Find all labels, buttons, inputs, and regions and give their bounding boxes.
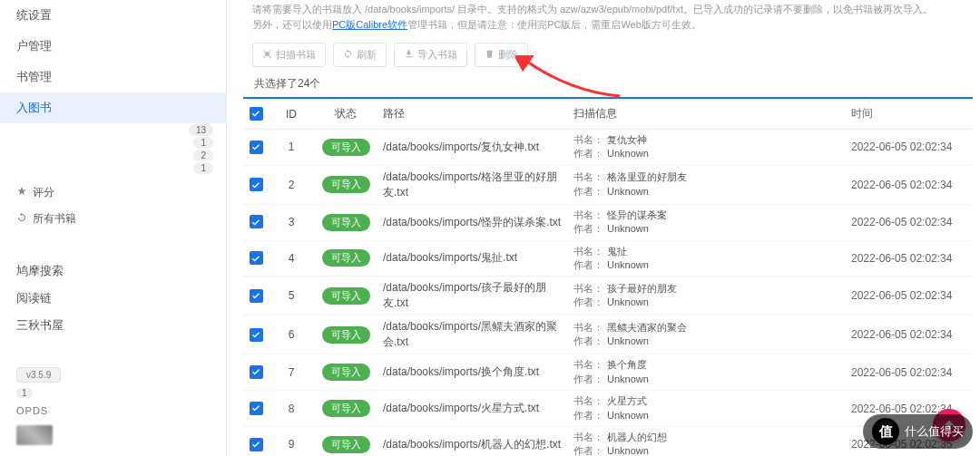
row-info: 书名：鬼扯作者：Unknown [568,240,846,277]
star-icon [16,186,27,199]
row-path: /data/books/imports/复仇女神.txt [377,130,568,166]
row-path: /data/books/imports/孩子最好的朋友.txt [377,277,568,315]
row-path: /data/books/imports/火星方式.txt [377,391,568,427]
col-id: ID [269,99,314,130]
sidebar: 统设置户管理书管理入图书 13121 评分所有书籍 鸠摩搜索阅读链三秋书屋 v3… [0,0,227,456]
status-badge: 可导入 [322,249,370,267]
scan-button[interactable]: 扫描书籍 [252,43,326,67]
row-checkbox[interactable] [250,402,263,415]
row-checkbox[interactable] [250,289,263,303]
blur-thumbnail [16,425,53,445]
row-time: 2022-06-05 02:02:34 [846,130,973,166]
col-info: 扫描信息 [568,99,846,130]
col-status: 状态 [314,99,377,130]
table-row: 8可导入/data/books/imports/火星方式.txt书名：火星方式作… [243,391,973,427]
row-info: 书名：火星方式作者：Unknown [568,391,846,427]
sidebar-link[interactable]: 阅读链 [0,285,226,312]
status-badge: 可导入 [322,436,370,453]
table-row: 2可导入/data/books/imports/格洛里亚的好朋友.txt书名：格… [243,165,973,204]
row-path: /data/books/imports/格洛里亚的好朋友.txt [377,165,568,204]
row-path: /data/books/imports/机器人的幻想.txt [377,426,568,456]
row-info: 书名：复仇女神作者：Unknown [568,130,846,166]
row-time: 2022-06-05 02:02:34 [846,240,973,277]
row-info: 书名：怪异的谋杀案作者：Unknown [568,204,846,240]
opds-label[interactable]: OPDS [0,400,226,422]
row-path: /data/books/imports/鬼扯.txt [377,240,568,277]
scan-icon [262,49,272,61]
row-info: 书名：黑鳏夫酒家的聚会作者：Unknown [568,315,846,354]
refresh-icon [16,212,27,226]
table-row: 1可导入/data/books/imports/复仇女神.txt书名：复仇女神作… [243,130,973,166]
row-checkbox[interactable] [250,251,263,265]
sidebar-nav-item[interactable]: 书管理 [0,62,226,92]
sidebar-nav-item[interactable]: 统设置 [0,0,226,31]
row-time: 2022-06-05 02:02:34 [846,165,973,204]
row-path: /data/books/imports/换个角度.txt [377,354,568,391]
row-path: /data/books/imports/怪异的谋杀案.txt [377,204,568,240]
refresh-button[interactable]: 刷新 [333,43,387,67]
import-icon [404,49,414,61]
status-badge: 可导入 [322,400,370,417]
col-path: 路径 [377,99,568,130]
row-time: 2022-06-05 02:02:34 [846,204,973,240]
sidebar-nav-item[interactable]: 户管理 [0,31,226,62]
import-button[interactable]: 导入书籍 [394,43,467,67]
row-info: 书名：换个角度作者：Unknown [568,354,846,391]
sidebar-count-badge: 2 [193,150,213,161]
sidebar-mini-badge: 1 [16,388,33,398]
select-all-checkbox[interactable] [250,107,263,121]
sidebar-sub-item[interactable]: 所有书籍 [0,206,226,232]
row-id: 2 [269,165,314,204]
selection-count: 共选择了24个 [243,73,973,97]
version-badge: v3.5.9 [16,367,61,383]
books-table: ID 状态 路径 扫描信息 时间 1可导入/data/books/imports… [243,99,973,456]
main-content: 请将需要导入的书籍放入 /data/books/imports/ 目录中。支持的… [236,0,980,456]
table-row: 6可导入/data/books/imports/黑鳏夫酒家的聚会.txt书名：黑… [243,315,973,354]
sidebar-link[interactable]: 鸠摩搜索 [0,257,226,285]
status-badge: 可导入 [322,176,370,193]
delete-button[interactable]: 删除 [475,43,528,67]
row-id: 4 [269,240,314,277]
status-badge: 可导入 [322,214,370,231]
row-time: 2022-06-05 02:02:34 [846,315,973,354]
row-id: 7 [269,354,314,391]
row-info: 书名：机器人的幻想作者：Unknown [568,426,846,456]
table-row: 3可导入/data/books/imports/怪异的谋杀案.txt书名：怪异的… [243,204,973,240]
row-id: 5 [269,277,314,315]
row-time: 2022-06-05 02:02:34 [846,277,973,315]
col-time: 时间 [846,99,973,130]
row-checkbox[interactable] [250,365,263,379]
row-id: 3 [269,204,314,240]
row-checkbox[interactable] [250,215,263,228]
sidebar-sub-item[interactable]: 评分 [0,179,226,206]
status-badge: 可导入 [322,287,370,305]
row-id: 9 [269,426,314,456]
status-badge: 可导入 [322,139,370,156]
calibre-link[interactable]: PC版Calibre软件 [332,19,407,30]
row-id: 8 [269,391,314,427]
row-info: 书名：格洛里亚的好朋友作者：Unknown [568,165,846,204]
row-id: 1 [269,130,314,166]
sidebar-nav-item[interactable]: 入图书 [0,92,226,123]
status-badge: 可导入 [322,326,370,344]
row-time: 2022-06-05 02:02:34 [846,354,973,391]
row-checkbox[interactable] [250,141,263,154]
row-checkbox[interactable] [250,328,263,342]
table-row: 7可导入/data/books/imports/换个角度.txt书名：换个角度作… [243,354,973,391]
row-id: 6 [269,315,314,354]
sidebar-link[interactable]: 三秋书屋 [0,312,226,339]
row-checkbox[interactable] [250,438,263,451]
toolbar: 扫描书籍 刷新 导入书籍 删除 [243,39,973,73]
row-info: 书名：孩子最好的朋友作者：Unknown [568,277,846,315]
sidebar-count-badge: 1 [193,162,213,174]
trash-icon [485,49,495,61]
sidebar-count-badge: 13 [189,124,213,136]
notice-text: 请将需要导入的书籍放入 /data/books/imports/ 目录中。支持的… [243,0,973,39]
row-path: /data/books/imports/黑鳏夫酒家的聚会.txt [377,315,568,354]
watermark: 值 什么值得买 [863,414,973,449]
status-badge: 可导入 [322,364,370,381]
watermark-icon: 值 [872,418,899,445]
sidebar-count-badge: 1 [193,137,213,149]
row-checkbox[interactable] [250,178,263,191]
table-row: 5可导入/data/books/imports/孩子最好的朋友.txt书名：孩子… [243,277,973,315]
